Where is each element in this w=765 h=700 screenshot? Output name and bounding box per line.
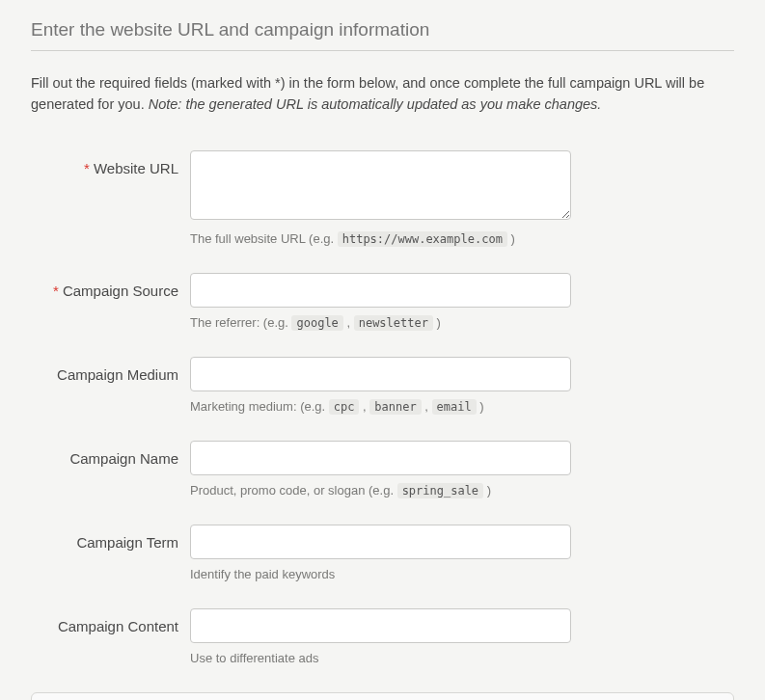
label-campaign-term: Campaign Term [31,525,190,551]
hint-code: newsletter [354,315,433,331]
required-marker: * [84,160,90,176]
row-campaign-medium: Campaign Medium Marketing medium: (e.g. … [31,357,734,414]
page-title: Enter the website URL and campaign infor… [31,19,734,51]
hint-campaign-source: The referrer: (e.g. google , newsletter … [190,315,571,330]
label-text: Campaign Term [76,534,178,551]
label-text: Website URL [94,160,178,176]
hint-code: google [291,315,342,331]
hint-sep: , [343,315,354,330]
campaign-medium-input[interactable] [190,357,571,391]
label-campaign-medium: Campaign Medium [31,357,190,383]
hint-code: cpc [329,399,360,415]
hint-campaign-name: Product, promo code, or slogan (e.g. spr… [190,483,571,498]
hint-code: spring_sale [397,483,483,498]
website-url-input[interactable] [190,150,571,220]
campaign-form: *Website URL The full website URL (e.g. … [31,150,734,665]
hint-code: banner [369,399,421,415]
row-campaign-content: Campaign Content Use to differentiate ad… [31,608,734,665]
row-website-url: *Website URL The full website URL (e.g. … [31,150,734,246]
campaign-source-input[interactable] [190,273,571,308]
label-website-url: *Website URL [31,150,190,176]
hint-sep: , [359,399,369,414]
hint-suffix: ) [507,231,515,246]
hint-campaign-term: Identify the paid keywords [190,567,571,581]
row-campaign-name: Campaign Name Product, promo code, or sl… [31,441,734,498]
label-text: Campaign Name [69,450,178,467]
hint-campaign-content: Use to differentiate ads [190,651,571,665]
hint-code: email [432,399,477,415]
hint-prefix: The full website URL (e.g. [190,231,338,246]
required-marker: * [53,283,59,299]
row-campaign-source: *Campaign Source The referrer: (e.g. goo… [31,273,734,330]
intro-text: Fill out the required fields (marked wit… [31,72,734,116]
campaign-name-input[interactable] [190,441,571,475]
label-text: Campaign Source [63,283,178,299]
hint-prefix: Product, promo code, or slogan (e.g. [190,483,397,498]
hint-suffix: ) [477,399,484,414]
intro-note: Note: the generated URL is automatically… [149,96,602,112]
hint-campaign-medium: Marketing medium: (e.g. cpc , banner , e… [190,399,571,414]
generated-url-notice: Fill out all the required fields above a… [31,692,734,700]
hint-website-url: The full website URL (e.g. https://www.e… [190,231,571,246]
hint-code: https://www.example.com [338,231,507,247]
hint-suffix: ) [483,483,491,498]
label-campaign-content: Campaign Content [31,608,190,634]
label-text: Campaign Medium [57,366,178,383]
campaign-content-input[interactable] [190,608,571,643]
label-campaign-name: Campaign Name [31,441,190,467]
label-campaign-source: *Campaign Source [31,273,190,299]
row-campaign-term: Campaign Term Identify the paid keywords [31,525,734,581]
hint-prefix: Marketing medium: (e.g. [190,399,329,414]
campaign-term-input[interactable] [190,525,571,559]
hint-sep: , [422,399,432,414]
label-text: Campaign Content [58,618,178,634]
hint-suffix: ) [433,315,441,330]
hint-prefix: The referrer: (e.g. [190,315,291,330]
